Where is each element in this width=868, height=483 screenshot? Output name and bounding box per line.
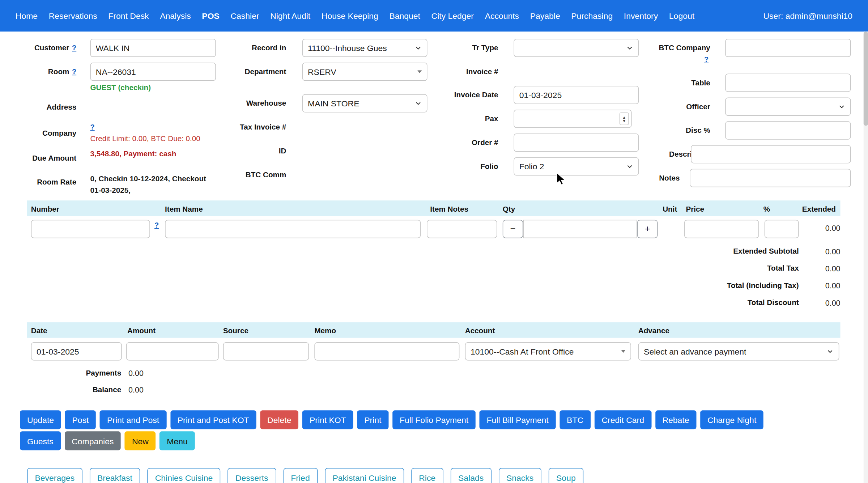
btc-company-input[interactable] — [725, 39, 851, 57]
customer-help-link[interactable]: ? — [72, 44, 76, 52]
category-salads-button[interactable]: Salads — [451, 468, 492, 483]
balance-label: Balance — [49, 385, 121, 394]
nav-item-cashier[interactable]: Cashier — [230, 11, 259, 21]
category-chinies-cuisine-button[interactable]: Chinies Cuisine — [147, 468, 220, 483]
warehouse-label: Warehouse — [214, 99, 286, 107]
credit-card-button[interactable]: Credit Card — [595, 410, 651, 429]
payment-memo-input[interactable] — [314, 342, 459, 361]
post-button[interactable]: Post — [65, 410, 96, 429]
record-in-select[interactable]: 11100--Inhouse Gues — [302, 39, 427, 57]
chevron-down-icon — [626, 44, 633, 51]
table-input[interactable] — [725, 74, 851, 92]
room-input[interactable] — [90, 63, 216, 81]
nav-item-inventory[interactable]: Inventory — [624, 11, 658, 21]
nav-item-banquet[interactable]: Banquet — [389, 11, 420, 21]
charge-night-button[interactable]: Charge Night — [700, 410, 763, 429]
print-and-post-kot-button[interactable]: Print and Post KOT — [170, 410, 256, 429]
nav-item-logout[interactable]: Logout — [669, 11, 694, 21]
extended-value: 0.00 — [785, 224, 840, 232]
room-help-link[interactable]: ? — [72, 68, 76, 76]
tax-invoice-label: Tax Invoice # — [214, 123, 286, 131]
advance-payment-select[interactable]: Select an advance payment — [638, 342, 839, 361]
menu-button[interactable]: Menu — [159, 431, 195, 450]
number-spinner[interactable]: ▲ ▼ — [620, 113, 629, 125]
payment-amount-input[interactable] — [126, 342, 219, 361]
payments-header-advance: Advance — [638, 327, 669, 335]
category-snacks-button[interactable]: Snacks — [499, 468, 541, 483]
qty-increment-button[interactable]: + — [637, 220, 658, 238]
item-notes-input[interactable] — [427, 220, 497, 238]
disc-input[interactable] — [725, 121, 851, 140]
full-bill-payment-button[interactable]: Full Bill Payment — [480, 410, 556, 429]
guests-button[interactable]: Guests — [20, 431, 61, 450]
category-soup-button[interactable]: Soup — [549, 468, 584, 483]
scrollbar-thumb[interactable] — [864, 31, 868, 126]
print-kot-button[interactable]: Print KOT — [302, 410, 353, 429]
category-beverages-button[interactable]: Beverages — [27, 468, 82, 483]
category-pakistani-cuisine-button[interactable]: Pakistani Cuisine — [325, 468, 404, 483]
item-number-input[interactable] — [31, 220, 150, 238]
notes-input[interactable] — [690, 169, 851, 187]
room-label-text: Room — [48, 68, 69, 76]
rebate-button[interactable]: Rebate — [655, 410, 697, 429]
order-no-input[interactable] — [514, 134, 639, 152]
pax-label: Pax — [426, 115, 498, 123]
nav-item-house-keeping[interactable]: House Keeping — [322, 11, 378, 21]
customer-input[interactable] — [90, 39, 216, 57]
warehouse-select[interactable]: MAIN STORE — [302, 94, 427, 113]
tr-type-label: Tr Type — [426, 44, 498, 52]
logged-in-user: User: admin@munshi10 — [763, 11, 852, 21]
nav-item-reservations[interactable]: Reservations — [49, 11, 97, 21]
btc-company-label: BTC Company — [638, 44, 710, 52]
price-input[interactable] — [684, 220, 759, 238]
nav-item-analysis[interactable]: Analysis — [160, 11, 191, 21]
update-button[interactable]: Update — [20, 410, 61, 429]
full-folio-payment-button[interactable]: Full Folio Payment — [392, 410, 476, 429]
btc-button[interactable]: BTC — [559, 410, 591, 429]
department-select[interactable]: RSERV — [302, 63, 427, 81]
company-credit-text: Credit Limit: 0.00, BTC Due: 0.00 — [90, 135, 200, 143]
nav-item-city-ledger[interactable]: City Ledger — [431, 11, 474, 21]
folio-select[interactable]: Folio 2 — [514, 157, 639, 176]
qty-input[interactable] — [523, 220, 637, 238]
print-button[interactable]: Print — [357, 410, 388, 429]
companies-button[interactable]: Companies — [64, 431, 121, 450]
company-help-link[interactable]: ? — [90, 123, 94, 131]
item-name-input[interactable] — [165, 220, 421, 238]
invoice-date-input[interactable] — [514, 86, 639, 104]
chevron-down-icon — [414, 44, 422, 51]
tr-type-select[interactable] — [514, 39, 639, 57]
payment-date-input[interactable] — [31, 342, 122, 361]
category-buttons-row: Beverages Breakfast Chinies Cuisine Dess… — [27, 468, 583, 483]
spinner-down-icon[interactable]: ▼ — [622, 119, 626, 123]
item-help-link[interactable]: ? — [154, 221, 159, 229]
warehouse-value: MAIN STORE — [308, 98, 359, 108]
nav-item-front-desk[interactable]: Front Desk — [108, 11, 149, 21]
payment-account-select[interactable]: 10100--Cash At Front Office — [465, 342, 631, 361]
category-fried-button[interactable]: Fried — [283, 468, 318, 483]
print-and-post-button[interactable]: Print and Post — [100, 410, 166, 429]
description-input[interactable] — [691, 145, 851, 164]
room-rate-label: Room Rate — [4, 178, 76, 186]
category-desserts-button[interactable]: Desserts — [228, 468, 276, 483]
nav-item-accounts[interactable]: Accounts — [485, 11, 519, 21]
new-button[interactable]: New — [125, 431, 156, 450]
pax-input[interactable]: ▲ ▼ — [514, 110, 631, 128]
category-rice-button[interactable]: Rice — [411, 468, 443, 483]
total-value: 0.00 — [796, 298, 840, 307]
nav-item-night-audit[interactable]: Night Audit — [270, 11, 310, 21]
nav-item-payable[interactable]: Payable — [530, 11, 560, 21]
folio-label: Folio — [426, 162, 498, 170]
nav-item-purchasing[interactable]: Purchasing — [571, 11, 613, 21]
nav-item-pos[interactable]: POS — [202, 11, 220, 21]
items-header-number: Number — [31, 205, 59, 213]
payment-source-input[interactable] — [223, 342, 309, 361]
spinner-up-icon[interactable]: ▲ — [622, 115, 626, 119]
category-breakfast-button[interactable]: Breakfast — [90, 468, 140, 483]
qty-decrement-button[interactable]: − — [503, 220, 523, 238]
delete-button[interactable]: Delete — [260, 410, 298, 429]
table-label: Table — [638, 79, 710, 87]
nav-item-home[interactable]: Home — [16, 11, 38, 21]
officer-select[interactable] — [725, 97, 851, 116]
btc-company-help-link[interactable]: ? — [704, 55, 709, 64]
